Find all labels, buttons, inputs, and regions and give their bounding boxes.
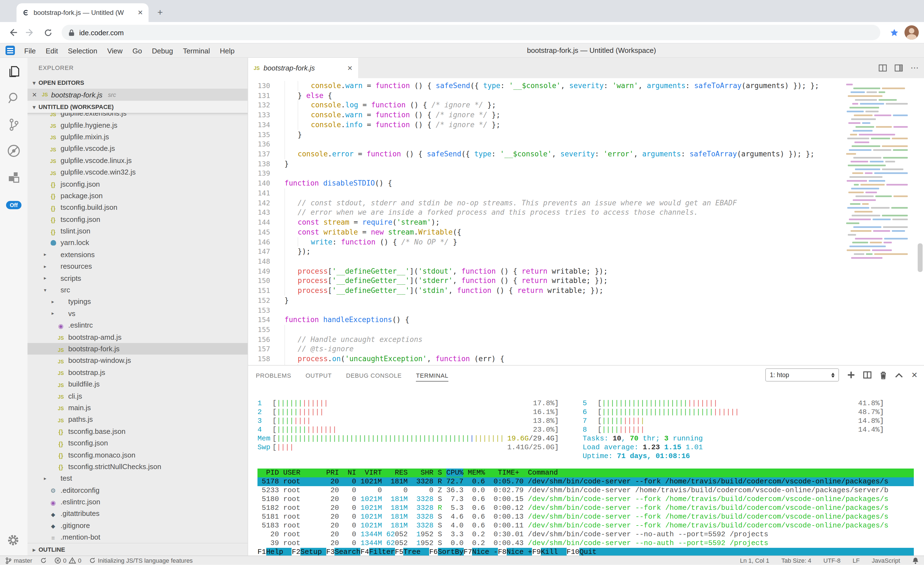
- split-editor-icon[interactable]: [879, 64, 887, 72]
- tree-item-gulpfile.vscode.linux.js[interactable]: JSgulpfile.vscode.linux.js: [27, 155, 247, 166]
- tree-item-tsconfig.monaco.json[interactable]: {}tsconfig.monaco.json: [27, 449, 247, 461]
- tree-item-buildfile.js[interactable]: JSbuildfile.js: [27, 378, 247, 390]
- tree-item-jsconfig.json[interactable]: {}jsconfig.json: [27, 178, 247, 190]
- menu-edit[interactable]: Edit: [41, 47, 63, 55]
- menu-help[interactable]: Help: [215, 47, 239, 55]
- menu-file[interactable]: File: [19, 47, 41, 55]
- explorer-icon[interactable]: [6, 64, 21, 79]
- kill-terminal-icon[interactable]: [880, 371, 887, 379]
- process-row: 39 root 20 0 1344M 62052 1952 S 0.0 0.2 …: [257, 539, 914, 548]
- code-editor[interactable]: 130console.warn = function () { safeSend…: [248, 78, 924, 365]
- app-logo-icon[interactable]: [5, 46, 15, 55]
- tree-item-gulpfile.hygiene.js[interactable]: JSgulpfile.hygiene.js: [27, 119, 247, 131]
- tree-item-tsconfig.build.json[interactable]: {}tsconfig.build.json: [27, 201, 247, 213]
- tree-item-bootstrap-fork.js[interactable]: JSbootstrap-fork.js: [27, 343, 247, 355]
- tree-item-.eslintrc[interactable]: ◉.eslintrc: [27, 319, 247, 331]
- tree-item-bootstrap.js[interactable]: JSbootstrap.js: [27, 366, 247, 378]
- outline-header[interactable]: ▸ OUTLINE: [27, 543, 247, 556]
- tree-item-bootstrap-window.js[interactable]: JSbootstrap-window.js: [27, 355, 247, 366]
- menu-view[interactable]: View: [102, 47, 128, 55]
- tree-item-vs[interactable]: ▸vs: [27, 308, 247, 319]
- editor-scrollbar[interactable]: [918, 243, 922, 272]
- profile-avatar[interactable]: [905, 25, 919, 40]
- workspace-header[interactable]: ▾ UNTITLED (WORKSPACE): [27, 101, 247, 113]
- branch-indicator[interactable]: master: [5, 557, 32, 564]
- layout-icon[interactable]: [895, 64, 903, 72]
- more-actions-icon[interactable]: ⋯: [911, 63, 919, 73]
- address-bar[interactable]: ide.coder.com: [62, 25, 880, 40]
- bell-icon[interactable]: [912, 557, 919, 564]
- open-editors-header[interactable]: ▾ OPEN EDITORS: [27, 77, 247, 89]
- tree-item-gulpfile.mixin.js[interactable]: JSgulpfile.mixin.js: [27, 131, 247, 143]
- json-file-icon: {}: [51, 205, 55, 211]
- tree-item-.mention-bot[interactable]: ≡.mention-bot: [27, 531, 247, 543]
- folder-arrow-icon: ▸: [42, 275, 48, 281]
- sync-button[interactable]: [40, 557, 47, 564]
- tree-item-tsconfig.json[interactable]: {}tsconfig.json: [27, 213, 247, 225]
- problems-indicator[interactable]: 0 0: [54, 557, 82, 564]
- terminal-select[interactable]: 1: htop: [766, 369, 839, 382]
- minimap[interactable]: [846, 82, 908, 303]
- browser-tab[interactable]: bootstrap-fork.js — Untitled (W ✕: [16, 3, 149, 22]
- tree-item-gulpfile.extensions.js[interactable]: JSgulpfile.extensions.js: [27, 113, 247, 119]
- status-utf-8[interactable]: UTF-8: [823, 557, 840, 564]
- search-icon[interactable]: [6, 91, 21, 105]
- tree-item-scripts[interactable]: ▸scripts: [27, 272, 247, 284]
- menu-selection[interactable]: Selection: [63, 47, 102, 55]
- new-terminal-icon[interactable]: [847, 371, 855, 379]
- close-panel-icon[interactable]: ✕: [911, 371, 918, 380]
- split-terminal-icon[interactable]: [863, 371, 872, 379]
- menu-terminal[interactable]: Terminal: [178, 47, 215, 55]
- offline-badge[interactable]: Off: [6, 201, 22, 209]
- tree-item-bootstrap-amd.js[interactable]: JSbootstrap-amd.js: [27, 331, 247, 343]
- tree-item-test[interactable]: ▸test: [27, 472, 247, 484]
- terminal[interactable]: 1[||||||||||||17.8%]2[|||||||||||16.1%]3…: [248, 384, 924, 556]
- tree-item-gulpfile.vscode.js[interactable]: JSgulpfile.vscode.js: [27, 143, 247, 155]
- tree-item-gulpfile.vscode.win32.js[interactable]: JSgulpfile.vscode.win32.js: [27, 166, 247, 178]
- editor-tab[interactable]: JS bootstrap-fork.js ✕: [248, 58, 358, 78]
- tree-item-resources[interactable]: ▸resources: [27, 260, 247, 272]
- status-lf[interactable]: LF: [853, 557, 860, 564]
- panel-tab-debug-console[interactable]: DEBUG CONSOLE: [346, 370, 402, 381]
- tree-item-cli.js[interactable]: JScli.js: [27, 390, 247, 402]
- bookmark-star-icon[interactable]: [887, 25, 901, 40]
- chevron-down-icon: ▾: [30, 79, 39, 85]
- tree-item-package.json[interactable]: {}package.json: [27, 190, 247, 201]
- close-icon[interactable]: ✕: [32, 91, 39, 98]
- panel-tab-problems[interactable]: PROBLEMS: [256, 370, 291, 381]
- tab-close-icon[interactable]: ✕: [347, 64, 353, 72]
- tree-item-src[interactable]: ▾src: [27, 284, 247, 296]
- status-tab-size-4[interactable]: Tab Size: 4: [781, 557, 811, 564]
- tree-item-tsconfig.json[interactable]: {}tsconfig.json: [27, 437, 247, 449]
- panel-tab-terminal[interactable]: TERMINAL: [416, 370, 448, 382]
- panel-tab-output[interactable]: OUTPUT: [305, 370, 332, 381]
- tree-item-.gitattributes[interactable]: ◆.gitattributes: [27, 508, 247, 520]
- reload-icon[interactable]: [41, 25, 55, 40]
- tree-item-tslint.json[interactable]: {}tslint.json: [27, 225, 247, 237]
- menu-debug[interactable]: Debug: [147, 47, 178, 55]
- tree-item-.eslintrc.json[interactable]: ◉.eslintrc.json: [27, 496, 247, 508]
- tab-close-icon[interactable]: ✕: [138, 9, 143, 16]
- settings-gear-icon[interactable]: [6, 533, 21, 548]
- status-ln-1-col-1[interactable]: Ln 1, Col 1: [740, 557, 769, 564]
- tree-item-extensions[interactable]: ▸extensions: [27, 248, 247, 260]
- tree-item-typings[interactable]: ▸typings: [27, 296, 247, 308]
- tree-item-paths.js[interactable]: JSpaths.js: [27, 414, 247, 425]
- source-control-icon[interactable]: [6, 117, 21, 132]
- tree-item-.editorconfig[interactable]: ⚙.editorconfig: [27, 484, 247, 496]
- debug-disabled-icon[interactable]: [6, 144, 21, 158]
- tree-item-yarn.lock[interactable]: yarn.lock: [27, 237, 247, 249]
- new-tab-button[interactable]: +: [153, 5, 167, 20]
- tree-item-main.js[interactable]: JSmain.js: [27, 402, 247, 414]
- back-icon[interactable]: [5, 25, 20, 40]
- tree-item-tsconfig.base.json[interactable]: {}tsconfig.base.json: [27, 425, 247, 437]
- extensions-icon[interactable]: [6, 170, 21, 184]
- tree-item-tsconfig.strictNullChecks.json[interactable]: {}tsconfig.strictNullChecks.json: [27, 461, 247, 472]
- code-line: 153: [248, 305, 819, 315]
- tree-item-.gitignore[interactable]: ◆.gitignore: [27, 519, 247, 531]
- menu-go[interactable]: Go: [128, 47, 147, 55]
- open-editor-item[interactable]: ✕ JS bootstrap-fork.js src: [27, 89, 247, 101]
- status-javascript[interactable]: JavaScript: [872, 557, 900, 564]
- maximize-panel-icon[interactable]: [895, 373, 903, 378]
- forward-icon[interactable]: [23, 25, 37, 40]
